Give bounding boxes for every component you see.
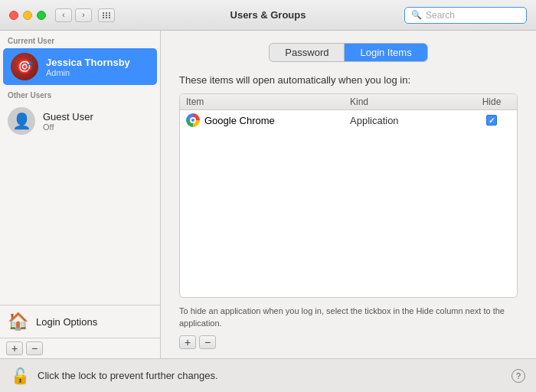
sidebar-item-jessica[interactable]: 🎯 Jessica Thornsby Admin	[3, 48, 157, 85]
items-table: Item Kind Hide Google Chrome Application	[179, 93, 518, 298]
guest-status: Off	[43, 122, 93, 132]
tab-login-items[interactable]: Login Items	[345, 44, 427, 61]
panel-toolbar: + −	[179, 335, 518, 349]
tab-row: Password Login Items	[179, 43, 518, 62]
sidebar-toolbar: + −	[0, 338, 160, 358]
bottom-bar: 🔓 Click the lock to prevent further chan…	[0, 358, 536, 392]
jessica-role: Admin	[46, 68, 130, 77]
chrome-icon	[186, 113, 200, 127]
titlebar: ‹ › Users & Groups 🔍	[0, 0, 536, 31]
jessica-name: Jessica Thornsby	[46, 57, 130, 68]
add-item-button[interactable]: +	[179, 335, 196, 349]
app-name-label: Google Chrome	[204, 115, 275, 126]
other-users-label: Other Users	[0, 85, 160, 103]
right-panel: Password Login Items These items will op…	[161, 31, 536, 358]
col-hide-header: Hide	[472, 96, 511, 107]
guest-name: Guest User	[43, 111, 93, 122]
cell-kind-value: Application	[350, 115, 472, 126]
description-text: These items will open automatically when…	[179, 74, 518, 86]
checkmark-icon: ✓	[489, 116, 495, 125]
traffic-lights	[9, 11, 46, 20]
maximize-button[interactable]	[37, 11, 46, 20]
guest-info: Guest User Off	[43, 111, 93, 132]
lock-text: Click the lock to prevent further change…	[38, 370, 504, 381]
guest-avatar: 👤	[8, 107, 35, 135]
search-icon: 🔍	[411, 10, 422, 20]
close-button[interactable]	[9, 11, 18, 20]
tab-group: Password Login Items	[269, 43, 427, 62]
lock-icon[interactable]: 🔓	[11, 367, 30, 385]
login-options-label: Login Options	[36, 316, 97, 328]
col-item-header: Item	[186, 96, 350, 107]
table-row: Google Chrome Application ✓	[180, 110, 517, 130]
current-user-label: Current User	[0, 31, 160, 48]
jessica-avatar: 🎯	[11, 53, 38, 80]
window-title: Users & Groups	[230, 9, 306, 21]
login-options-item[interactable]: 🏠 Login Options	[0, 305, 160, 338]
person-icon: 👤	[12, 112, 31, 130]
hint-text: To hide an application when you log in, …	[179, 305, 518, 329]
hide-checkbox[interactable]: ✓	[486, 115, 497, 126]
jessica-info: Jessica Thornsby Admin	[46, 57, 130, 77]
table-header: Item Kind Hide	[180, 94, 517, 110]
sidebar-item-guest[interactable]: 👤 Guest User Off	[0, 103, 160, 139]
main-content: Current User 🎯 Jessica Thornsby Admin Ot…	[0, 31, 536, 358]
cell-app-name: Google Chrome	[186, 113, 350, 127]
table-body: Google Chrome Application ✓	[180, 110, 517, 292]
sidebar: Current User 🎯 Jessica Thornsby Admin Ot…	[0, 31, 161, 358]
add-user-button[interactable]: +	[6, 341, 23, 355]
back-button[interactable]: ‹	[55, 8, 72, 22]
help-button[interactable]: ?	[511, 369, 525, 383]
house-icon: 🏠	[8, 312, 28, 332]
search-input[interactable]	[426, 10, 520, 21]
remove-item-button[interactable]: −	[199, 335, 216, 349]
cell-hide-value[interactable]: ✓	[472, 115, 511, 126]
search-box[interactable]: 🔍	[404, 7, 527, 24]
col-kind-header: Kind	[350, 96, 472, 107]
remove-user-button[interactable]: −	[26, 341, 43, 355]
minimize-button[interactable]	[23, 11, 32, 20]
forward-button[interactable]: ›	[75, 8, 92, 22]
grid-view-button[interactable]	[98, 8, 115, 22]
tab-password[interactable]: Password	[270, 44, 344, 61]
